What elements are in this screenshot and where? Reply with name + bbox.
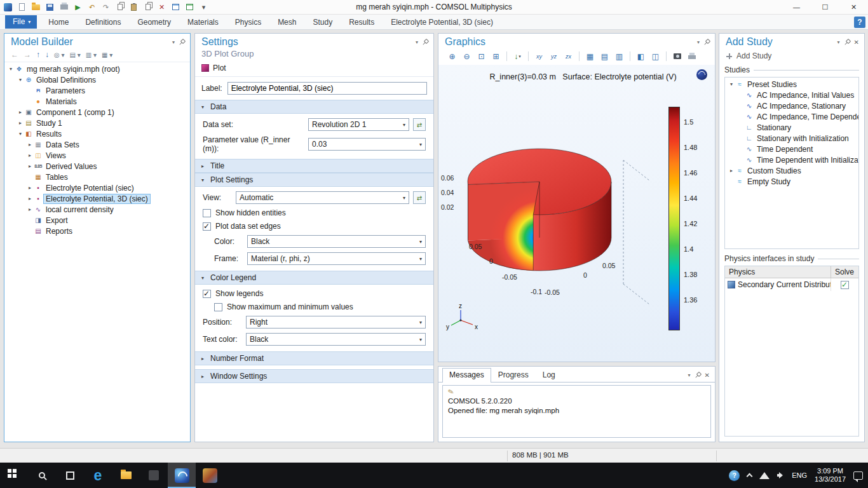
tree-expander-icon[interactable]: ▾	[7, 66, 15, 72]
file-explorer-button[interactable]	[112, 463, 140, 488]
volume-icon[interactable]	[777, 472, 784, 478]
image-button[interactable]: ▥	[613, 50, 625, 62]
tree-item[interactable]: ▸ ▦ Data Sets	[4, 139, 190, 150]
taskbar-clock[interactable]: 3:09 PM 13/3/2017	[815, 467, 846, 484]
move-down-button[interactable]: ↓	[45, 50, 49, 59]
edge-color-combo[interactable]: Black	[247, 235, 426, 248]
tree-item[interactable]: ▸ ▣ Component 1 (comp 1)	[4, 107, 190, 118]
tree-item[interactable]: ▤ Reports	[4, 226, 190, 236]
table-view-button[interactable]: ▤	[599, 50, 611, 62]
start-button[interactable]	[0, 463, 28, 488]
grid-toggle-button[interactable]: ▦	[584, 50, 596, 62]
delete-icon[interactable]: ✕	[157, 3, 166, 12]
tree-expander-icon[interactable]: ▸	[728, 168, 735, 173]
ribbon-tab[interactable]: Results	[349, 18, 374, 27]
clear-table-icon[interactable]	[171, 3, 180, 12]
tree-item[interactable]: ◨ Export	[4, 215, 190, 226]
run-icon[interactable]: ▶	[73, 3, 83, 12]
pin-icon[interactable]	[703, 39, 710, 45]
ribbon-tab[interactable]: Geometry	[137, 18, 171, 27]
tree-expander-icon[interactable]: ▾	[17, 77, 24, 83]
tree-options-button[interactable]: ▦ ▾	[102, 51, 112, 58]
tree-expander-icon[interactable]: ▸	[26, 152, 34, 158]
network-icon[interactable]	[759, 472, 770, 479]
action-center-icon[interactable]	[853, 471, 863, 480]
panel-menu-icon[interactable]: ▾	[837, 39, 840, 45]
tree-expander-icon[interactable]: ▸	[26, 142, 34, 147]
pin-icon[interactable]	[844, 39, 850, 45]
tree-expander-icon[interactable]: ▸	[17, 109, 24, 115]
new-file-icon[interactable]	[17, 3, 27, 12]
study-tree-item[interactable]: ∟ Stationary	[725, 122, 858, 133]
show-hidden-entities-checkbox[interactable]	[203, 209, 211, 217]
tree-expander-icon[interactable]: ▸	[26, 196, 34, 201]
ribbon-tab[interactable]: Materials	[187, 18, 219, 27]
ribbon-tab[interactable]: Mesh	[278, 18, 296, 27]
messages-tab[interactable]: Messages	[442, 368, 491, 383]
tree-item[interactable]: ▸ ◫ Views	[4, 150, 190, 161]
expand-all-button[interactable]: ▥ ▾	[86, 51, 97, 58]
study-tree-item[interactable]: ≈ Empty Study	[725, 176, 858, 187]
duplicate-icon[interactable]	[143, 3, 153, 12]
file-menu-button[interactable]: File	[5, 15, 37, 29]
forward-button[interactable]: →	[24, 50, 31, 59]
tree-item[interactable]: ▾ ❖ mg merah syiqin.mph (root)	[4, 64, 190, 74]
study-tree-item[interactable]: ∿ Time Dependent	[725, 144, 858, 154]
close-button[interactable]: ✕	[839, 0, 868, 14]
tree-expander-icon[interactable]: ▾	[728, 81, 735, 87]
edge-button[interactable]: e	[84, 463, 112, 488]
view-xy-button[interactable]: xy	[533, 50, 545, 62]
qat-overflow-icon[interactable]: ▾	[199, 3, 208, 12]
view-yz-button[interactable]: yz	[548, 50, 560, 62]
zoom-extents-button[interactable]: ⊡	[475, 50, 487, 62]
search-button[interactable]	[28, 463, 56, 488]
scene-light-button[interactable]: ◧	[635, 50, 647, 62]
view-zx-button[interactable]: zx	[562, 50, 574, 62]
zoom-out-button[interactable]: ⊖	[461, 50, 473, 62]
paste-icon[interactable]	[129, 3, 139, 12]
messages-tab[interactable]: Progress	[491, 368, 536, 382]
print-button[interactable]	[686, 50, 698, 62]
section-header-data[interactable]: ▾ Data	[195, 100, 433, 114]
copy-icon[interactable]	[115, 3, 125, 12]
tree-expander-icon[interactable]: ▸	[26, 163, 34, 169]
panel-menu-icon[interactable]: ▾	[697, 39, 700, 45]
panel-menu-icon[interactable]: ▾	[688, 372, 691, 378]
ribbon-tab[interactable]: Electrolyte Potential, 3D (siec)	[391, 18, 493, 27]
minimize-button[interactable]: —	[782, 0, 811, 14]
tray-help-icon[interactable]	[729, 470, 740, 481]
data-set-combo[interactable]: Revolution 2D 1	[308, 118, 409, 131]
show-max-min-checkbox[interactable]	[214, 303, 222, 311]
pinned-app-button[interactable]	[140, 463, 168, 488]
solve-checkbox[interactable]	[841, 281, 849, 289]
study-tree-item[interactable]: ∿ AC Impedance, Time Dependent	[725, 111, 858, 122]
parameter-value-combo[interactable]: 0.03	[308, 138, 426, 151]
study-tree-item[interactable]: ∿ AC Impedance, Stationary	[725, 100, 858, 111]
ribbon-tab[interactable]: Definitions	[85, 18, 121, 27]
redo-icon[interactable]: ↷	[101, 3, 111, 12]
ribbon-tab[interactable]: Home	[48, 18, 69, 27]
section-header-window-settings[interactable]: ▸ Window Settings	[195, 369, 433, 383]
show-options-button[interactable]: ◎ ▾	[54, 51, 65, 58]
back-button[interactable]: ←	[11, 50, 18, 59]
graphics-canvas[interactable]: R_inner(3)=0.03 m Surface: Electrolyte p…	[438, 65, 715, 362]
pin-icon[interactable]	[179, 39, 185, 45]
tray-expand-icon[interactable]	[747, 473, 753, 480]
study-tree-item[interactable]: ∟ Stationary with Initialization	[725, 133, 858, 144]
frame-combo[interactable]: Material (r, phi, z)	[247, 252, 426, 265]
tree-item[interactable]: Pi Parameters	[4, 85, 190, 96]
ribbon-tab[interactable]: Physics	[235, 18, 261, 27]
tree-expander-icon[interactable]: ▸	[17, 120, 24, 126]
plot-data-set-edges-checkbox[interactable]	[203, 222, 211, 231]
physics-table-row[interactable]: Secondary Current Distribut...	[725, 278, 858, 291]
tree-item[interactable]: ▾ ⊕ Global Definitions	[4, 74, 190, 85]
add-study-button[interactable]: Add Study	[719, 49, 864, 64]
tree-item[interactable]: ▸ ▤ Study 1	[4, 118, 190, 128]
pin-icon[interactable]	[422, 39, 428, 45]
study-tree-item[interactable]: ∿ AC Impedance, Initial Values	[725, 90, 858, 100]
close-panel-icon[interactable]: ✕	[854, 39, 859, 46]
close-panel-icon[interactable]: ✕	[705, 372, 710, 379]
pin-icon[interactable]	[695, 372, 701, 378]
secondary-app-button[interactable]	[196, 463, 224, 488]
default-3d-view-button[interactable]: ↓▾	[512, 50, 524, 62]
